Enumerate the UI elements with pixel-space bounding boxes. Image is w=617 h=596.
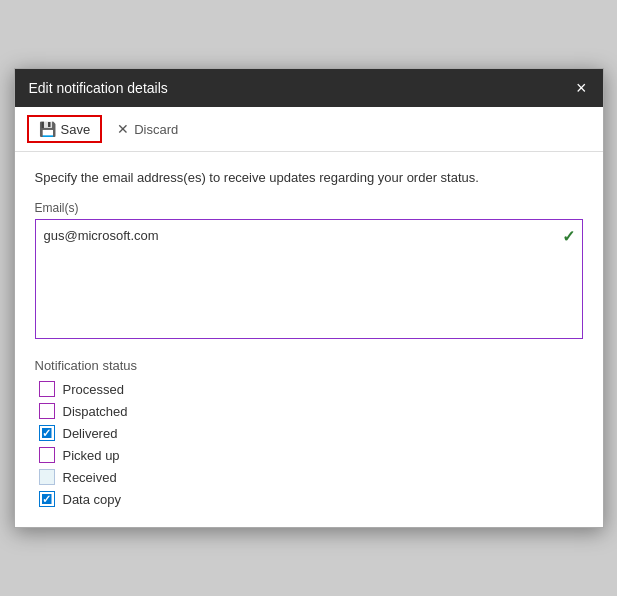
checkbox-item-received[interactable]: Received xyxy=(39,469,583,485)
email-textarea[interactable] xyxy=(35,219,583,339)
edit-notification-dialog: Edit notification details × 💾 Save ✕ Dis… xyxy=(14,68,604,528)
save-button[interactable]: 💾 Save xyxy=(27,115,103,143)
dialog-close-button[interactable]: × xyxy=(574,79,589,97)
checkbox-box-received[interactable] xyxy=(39,469,55,485)
checkbox-box-processed[interactable] xyxy=(39,381,55,397)
checkbox-label-picked-up: Picked up xyxy=(63,448,120,463)
dialog-body: Specify the email address(es) to receive… xyxy=(15,152,603,527)
discard-label: Discard xyxy=(134,122,178,137)
checkbox-item-dispatched[interactable]: Dispatched xyxy=(39,403,583,419)
description-text: Specify the email address(es) to receive… xyxy=(35,170,583,185)
checkbox-list: ProcessedDispatched✓DeliveredPicked upRe… xyxy=(35,381,583,507)
checkbox-label-data-copy: Data copy xyxy=(63,492,122,507)
save-icon: 💾 xyxy=(39,121,56,137)
checkbox-box-data-copy[interactable]: ✓ xyxy=(39,491,55,507)
checkbox-item-picked-up[interactable]: Picked up xyxy=(39,447,583,463)
valid-checkmark-icon: ✓ xyxy=(562,227,575,246)
checkbox-label-dispatched: Dispatched xyxy=(63,404,128,419)
dialog-header: Edit notification details × xyxy=(15,69,603,107)
checkbox-box-dispatched[interactable] xyxy=(39,403,55,419)
checkbox-item-data-copy[interactable]: ✓Data copy xyxy=(39,491,583,507)
email-field-wrapper: ✓ xyxy=(35,219,583,342)
checkbox-box-picked-up[interactable] xyxy=(39,447,55,463)
email-field-label: Email(s) xyxy=(35,201,583,215)
checkbox-label-delivered: Delivered xyxy=(63,426,118,441)
toolbar: 💾 Save ✕ Discard xyxy=(15,107,603,152)
checkbox-box-delivered[interactable]: ✓ xyxy=(39,425,55,441)
notification-status-label: Notification status xyxy=(35,358,583,373)
checkbox-label-received: Received xyxy=(63,470,117,485)
discard-button[interactable]: ✕ Discard xyxy=(106,116,189,142)
dialog-title: Edit notification details xyxy=(29,80,168,96)
checkbox-item-delivered[interactable]: ✓Delivered xyxy=(39,425,583,441)
save-label: Save xyxy=(61,122,91,137)
discard-icon: ✕ xyxy=(117,121,129,137)
checkbox-label-processed: Processed xyxy=(63,382,124,397)
checkbox-item-processed[interactable]: Processed xyxy=(39,381,583,397)
